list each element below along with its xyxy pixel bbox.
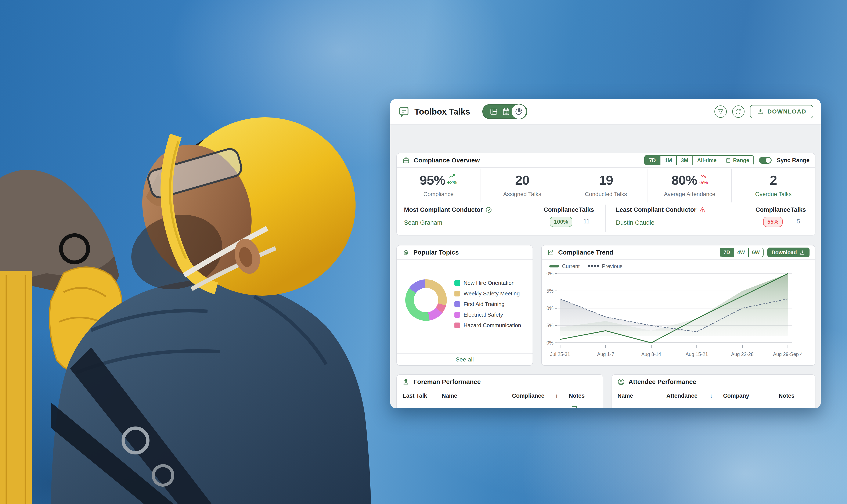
range-segmented-control: 7D 1M 3M All-time Range xyxy=(644,155,754,165)
range-custom-button[interactable]: Range xyxy=(721,156,753,165)
trend-range-4w-button[interactable]: 4W xyxy=(734,248,748,257)
compliance-header: Compliance xyxy=(756,206,790,213)
sort-asc-icon[interactable]: ↑ xyxy=(555,393,558,399)
table-row[interactable]: Today Sean Graham 100% xyxy=(397,403,603,408)
svg-text:Aug 15-21: Aug 15-21 xyxy=(686,352,708,357)
see-all-link[interactable]: See all xyxy=(397,354,533,365)
trend-legend: Current Previous xyxy=(549,263,623,269)
stat-label: Overdue Talks xyxy=(755,191,792,198)
stat-delta: +2% xyxy=(447,180,457,185)
compliance-trend-card: Compliance Trend 7D 4W 6W Download xyxy=(541,245,815,366)
svg-text:Aug 22-28: Aug 22-28 xyxy=(731,352,754,357)
sync-range-label: Sync Range xyxy=(777,157,810,164)
card-title: Popular Topics xyxy=(413,249,459,256)
refresh-button[interactable] xyxy=(732,106,744,118)
filter-button[interactable] xyxy=(715,106,727,118)
compliance-overview-card: Compliance Overview 7D 1M 3M All-time Ra… xyxy=(396,153,815,235)
legend-item: Hazard Communication xyxy=(454,320,521,330)
cell-name: Sean Graham xyxy=(442,407,477,408)
range-alltime-button[interactable]: All-time xyxy=(692,156,721,165)
topic-swatch xyxy=(454,301,460,307)
col-name[interactable]: Name xyxy=(617,393,633,399)
talks-value: 5 xyxy=(797,218,800,225)
least-compliant-name[interactable]: Dustin Caudle xyxy=(616,219,757,226)
col-name[interactable]: Name xyxy=(442,393,457,399)
overview-controls: 7D 1M 3M All-time Range Sync Range xyxy=(644,155,810,165)
col-notes[interactable]: Notes xyxy=(569,393,584,399)
overview-stats: 95% +2% Compliance 20 Assigned Talks 19 … xyxy=(397,168,815,202)
topic-swatch xyxy=(454,291,460,296)
line-chart-icon xyxy=(547,249,554,256)
range-1m-button[interactable]: 1M xyxy=(660,156,676,165)
col-notes[interactable]: Notes xyxy=(779,393,794,399)
stat-value: 20 xyxy=(515,174,529,187)
popular-topics-header: Popular Topics xyxy=(397,246,533,260)
download-button[interactable]: DOWNLOAD xyxy=(750,105,813,118)
col-company[interactable]: Company xyxy=(723,393,749,399)
most-compliant-label: Most Compliant Conductor xyxy=(404,206,483,213)
trend-range-segmented: 7D 4W 6W xyxy=(720,248,763,257)
popular-topics-card: Popular Topics New Hire Orientation Week… xyxy=(396,245,533,366)
card-title: Compliance Trend xyxy=(558,249,613,256)
trend-controls: 7D 4W 6W Download xyxy=(720,248,810,257)
stat-value: 80% xyxy=(671,174,697,187)
toolbox-icon xyxy=(402,157,410,164)
stat-value: 95% xyxy=(420,174,445,187)
legend-item: First Aid Training xyxy=(454,299,521,309)
toolbox-talks-panel: Toolbox Talks DOWNLOAD xyxy=(390,99,821,408)
svg-text:95%: 95% xyxy=(546,288,554,294)
trend-range-6w-button[interactable]: 6W xyxy=(748,248,763,257)
most-compliant-name[interactable]: Sean Graham xyxy=(404,219,545,226)
card-title: Compliance Overview xyxy=(414,157,480,164)
topic-swatch xyxy=(454,280,460,286)
sort-desc-icon[interactable]: ↓ xyxy=(710,393,713,399)
conductor-row: Most Compliant Conductor Sean Graham Com… xyxy=(397,204,815,232)
header-actions: DOWNLOAD xyxy=(715,105,813,118)
note-icon[interactable] xyxy=(571,406,578,408)
topics-legend: New Hire Orientation Weekly Safety Meeti… xyxy=(454,277,521,330)
talks-value: 11 xyxy=(583,218,590,225)
stat-compliance: 95% +2% Compliance xyxy=(397,168,480,202)
trend-chart: 100%95%90%85%80%Jul 25-31Aug 1-7Aug 8-14… xyxy=(546,270,810,361)
legend-item: New Hire Orientation xyxy=(454,277,521,288)
topic-swatch xyxy=(454,312,460,318)
toolbox-talks-icon xyxy=(398,106,410,118)
stat-label: Conducted Talks xyxy=(585,191,627,198)
least-compliant-label: Least Compliant Conductor xyxy=(616,206,697,213)
stat-delta: -5% xyxy=(699,180,708,185)
table-row[interactable]: Diego Rivera 50% Graham & Sons… xyxy=(612,403,815,408)
topic-swatch xyxy=(454,323,460,328)
toggle-knob xyxy=(766,158,771,163)
compliance-overview-header: Compliance Overview 7D 1M 3M All-time Ra… xyxy=(397,153,815,168)
stat-value: 2 xyxy=(770,174,777,187)
card-title: Attendee Performance xyxy=(629,378,696,385)
attendee-table-header: Name Attendance ↓ Company Notes xyxy=(612,389,815,401)
svg-text:90%: 90% xyxy=(546,306,554,311)
col-compliance[interactable]: Compliance xyxy=(512,393,544,399)
range-7d-button[interactable]: 7D xyxy=(645,156,660,165)
col-attendance[interactable]: Attendance xyxy=(666,393,698,399)
check-circle-icon xyxy=(485,206,492,213)
range-3m-button[interactable]: 3M xyxy=(676,156,692,165)
board-view-icon[interactable] xyxy=(488,106,500,118)
cell-last-talk: Today xyxy=(403,407,418,408)
pie-view-icon[interactable] xyxy=(512,105,525,118)
compliance-trend-header: Compliance Trend 7D 4W 6W Download xyxy=(542,246,815,260)
svg-text:Aug 29-Sep 4: Aug 29-Sep 4 xyxy=(773,352,803,357)
svg-text:85%: 85% xyxy=(546,323,554,328)
sync-range-toggle[interactable] xyxy=(759,157,772,164)
cell-company: Graham & Sons… xyxy=(723,407,770,408)
stat-average-attendance: 80% -5% Average Attendance xyxy=(648,168,731,202)
worker-photo xyxy=(0,0,381,504)
trend-download-button[interactable]: Download xyxy=(768,248,810,257)
col-last-talk[interactable]: Last Talk xyxy=(403,393,427,399)
calendar-view-icon[interactable] xyxy=(500,106,512,118)
card-title: Foreman Performance xyxy=(413,378,481,385)
legend-item: Electrical Safety xyxy=(454,309,521,320)
download-icon xyxy=(757,108,764,115)
view-toggle xyxy=(482,104,527,119)
trend-up-icon xyxy=(449,173,455,180)
cell-name: Diego Rivera xyxy=(617,407,650,408)
trend-range-7d-button[interactable]: 7D xyxy=(720,248,734,257)
flame-icon xyxy=(402,249,410,256)
